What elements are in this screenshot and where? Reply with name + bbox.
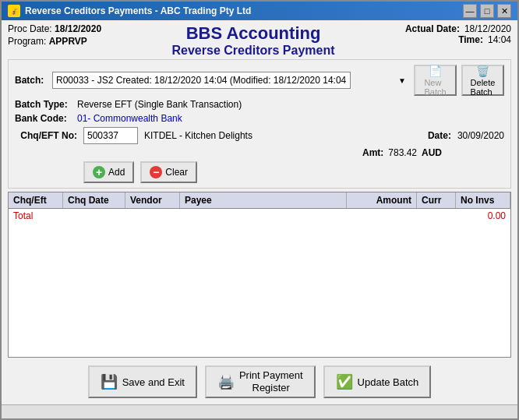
col-curr: Curr [417,192,456,208]
actual-date-label: Actual Date: [405,23,460,34]
proc-date-row: Proc Date: 18/12/2020 [8,23,101,34]
date-value: 30/09/2020 [457,130,504,141]
close-button[interactable]: ✕ [497,4,511,18]
new-batch-label: NewBatch [424,78,446,97]
col-vendor: Vendor [125,192,180,208]
clear-label: Clear [165,167,188,178]
col-no-invs: No Invs [456,192,510,208]
data-table: Chq/Eft Chq Date Vendor Payee Amount Cur… [8,192,511,358]
time-row: Time: 14:04 [458,34,511,45]
window-title: Reverse Creditors Payments - ABC Trading… [25,5,251,16]
total-spacer [68,210,130,221]
actual-date-info: Actual Date: 18/12/2020 Time: 14:04 [405,23,511,45]
app-title-main: BBS Accounting [101,23,405,44]
program-value: APPRVP [49,36,87,47]
print-register-label: Print PaymentRegister [239,369,303,394]
title-bar-controls: — □ ✕ [463,4,511,18]
chq-eft-label: Chq/EFT No: [15,130,77,141]
update-batch-label: Update Batch [358,376,419,388]
app-title-sub: Reverse Creditors Payment [101,44,405,58]
form-section: Batch: R00033 - JS2 Created: 18/12/2020 … [8,59,511,189]
proc-date-value: 18/12/2020 [55,23,101,34]
content-area: Proc Date: 18/12/2020 Program: APPRVP BB… [2,20,517,404]
clear-icon: − [150,166,162,178]
delete-batch-label: DeleteBatch [471,78,496,97]
app-title: BBS Accounting Reverse Creditors Payment [101,23,405,58]
amt-currency: AUD [422,147,442,158]
delete-batch-icon: 🗑️ [476,65,489,77]
bank-code-value: 01- Commonwealth Bank [77,113,182,124]
proc-date-label: Proc Date: [8,23,52,34]
batch-type-row: Batch Type: Reverse EFT (Single Bank Tra… [15,99,504,110]
col-amount: Amount [347,192,417,208]
update-batch-icon: ✅ [336,373,353,390]
batch-type-label: Batch Type: [15,99,77,110]
vendor-value: KITDEL - Kitchen Delights [144,130,422,141]
new-batch-button[interactable]: 📄 NewBatch [414,65,457,96]
chq-eft-input[interactable] [83,127,138,144]
total-vendor-spacer [130,210,185,221]
proc-info: Proc Date: 18/12/2020 Program: APPRVP [8,23,101,48]
col-chq-date: Chq Date [63,192,125,208]
amount-row: Amt: 783.42 AUD [15,147,504,158]
add-button[interactable]: + Add [83,161,134,183]
col-chq-eft: Chq/Eft [9,192,63,208]
batch-select-wrapper: R00033 - JS2 Created: 18/12/2020 14:04 (… [52,72,409,89]
add-clear-row: + Add − Clear [15,161,504,183]
bank-code-label: Bank Code: [15,113,77,124]
add-icon: + [93,166,105,178]
program-row: Program: APPRVP [8,36,101,47]
app-icon: 💰 [8,5,20,17]
chq-eft-row: Chq/EFT No: KITDEL - Kitchen Delights Da… [15,127,504,144]
title-bar: 💰 Reverse Creditors Payments - ABC Tradi… [2,2,517,20]
save-exit-icon: 💾 [101,373,118,390]
table-body: Total 0.00 [9,209,510,357]
title-bar-left: 💰 Reverse Creditors Payments - ABC Tradi… [8,5,251,17]
batch-label: Batch: [15,75,48,86]
maximize-button[interactable]: □ [480,4,494,18]
col-payee: Payee [180,192,347,208]
save-exit-label: Save and Exit [122,376,185,388]
clear-button[interactable]: − Clear [140,161,197,183]
total-payee-spacer [185,210,436,221]
amt-label: Amt: [362,147,383,158]
update-batch-button[interactable]: ✅ Update Batch [323,365,432,398]
add-label: Add [108,167,125,178]
batch-type-value: Reverse EFT (Single Bank Transaction) [77,99,242,110]
table-header: Chq/Eft Chq Date Vendor Payee Amount Cur… [9,192,510,209]
main-window: 💰 Reverse Creditors Payments - ABC Tradi… [0,0,519,420]
print-register-button[interactable]: 🖨️ Print PaymentRegister [205,365,316,398]
total-amount: 0.00 [436,210,506,221]
bank-code-row: Bank Code: 01- Commonwealth Bank [15,113,504,124]
footer-buttons: 💾 Save and Exit 🖨️ Print PaymentRegister… [8,361,511,401]
date-label: Date: [428,130,451,141]
actual-date-value: 18/12/2020 [464,23,511,34]
total-row: Total 0.00 [9,209,510,223]
batch-row: Batch: R00033 - JS2 Created: 18/12/2020 … [15,65,504,96]
delete-batch-button[interactable]: 🗑️ DeleteBatch [461,65,504,96]
amt-value: 783.42 [388,147,417,158]
header-row: Proc Date: 18/12/2020 Program: APPRVP BB… [8,23,511,58]
time-label: Time: [458,34,483,45]
batch-select[interactable]: R00033 - JS2 Created: 18/12/2020 14:04 (… [52,72,351,89]
save-exit-button[interactable]: 💾 Save and Exit [88,365,197,398]
time-value: 14:04 [488,34,511,45]
status-bar [2,404,517,418]
total-label: Total [13,210,68,221]
actual-date-row: Actual Date: 18/12/2020 [405,23,511,34]
print-icon: 🖨️ [217,373,235,390]
program-label: Program: [8,36,46,47]
minimize-button[interactable]: — [463,4,477,18]
new-batch-icon: 📄 [429,65,442,77]
